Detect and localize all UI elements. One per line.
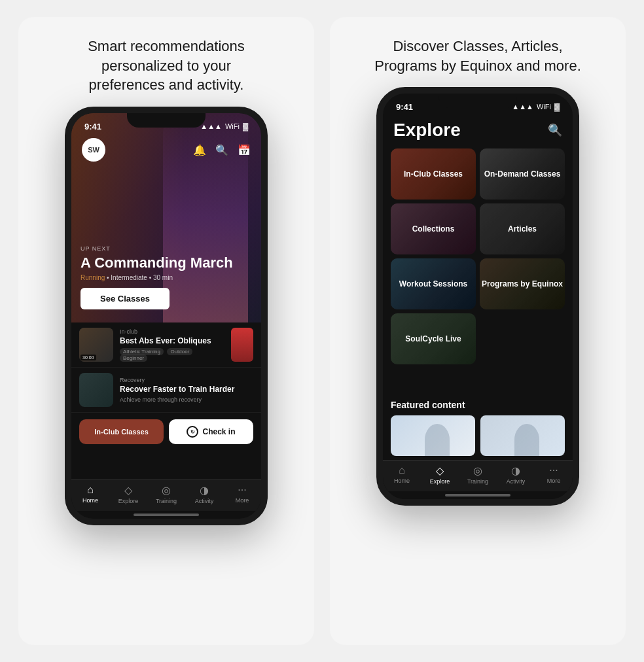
explore-tab-bar: ⌂ Home ◇ Explore ◎ Training ◑ Activity ·…: [383, 460, 573, 491]
search-icon[interactable]: 🔍: [215, 144, 228, 156]
list-item[interactable]: 30:00 In-club Best Abs Ever: Obliques At…: [71, 322, 261, 368]
check-in-label: Check in: [202, 427, 235, 436]
hero-tag: Running: [80, 274, 105, 281]
tab-home[interactable]: ⌂ Home: [71, 484, 109, 504]
avatar[interactable]: SW: [82, 138, 105, 162]
explore-tab-icon: ◇: [124, 484, 132, 496]
training-tab-label: Training: [156, 498, 177, 504]
hero-meta-text: • Intermediate • 30 min: [107, 274, 173, 281]
home-content: SW 🔔 🔍 📅 UP NEXT A Commanding March Runn…: [71, 113, 261, 519]
tag-outdoor: Outdoor: [167, 348, 192, 355]
grid-programs-equinox[interactable]: Programs by Equinox: [480, 258, 565, 309]
right-status-time: 9:41: [396, 102, 413, 112]
activity-tab-label: Activity: [507, 478, 526, 485]
in-club-label: In-Club Classes: [404, 169, 463, 180]
featured-thumb-1[interactable]: [391, 415, 475, 456]
on-demand-label: On-Demand Classes: [484, 169, 561, 180]
explore-search-icon[interactable]: 🔍: [548, 123, 562, 137]
list-category: Recovery: [120, 377, 253, 383]
left-description: Smart recommendations personalized to yo…: [62, 37, 271, 95]
featured-title: Featured content: [391, 400, 565, 410]
workout-sessions-label: Workout Sessions: [399, 279, 467, 290]
left-card: Smart recommendations personalized to yo…: [18, 17, 314, 645]
grid-on-demand-classes[interactable]: On-Demand Classes: [480, 148, 565, 200]
tag-beginner: Beginner: [120, 355, 147, 362]
hero-meta: Running • Intermediate • 30 min: [80, 274, 252, 281]
hero-title: A Commanding March: [80, 254, 252, 271]
explore-grid: In-Club Classes On-Demand Classes Collec…: [383, 148, 573, 393]
activity-tab-icon: ◑: [511, 464, 520, 477]
featured-thumb-2[interactable]: [480, 415, 565, 456]
list-category: In-club: [120, 328, 224, 335]
soulcycle-label: SoulCycle Live: [405, 334, 461, 345]
signal-icon: ▲▲▲: [512, 103, 533, 111]
tab-home[interactable]: ⌂ Home: [383, 464, 421, 485]
left-phone: 9:41 ▲▲▲ WiFi ▓ SW 🔔 🔍 📅: [65, 107, 268, 525]
home-action-icons: 🔔 🔍 📅: [193, 144, 251, 156]
explore-content: Explore 🔍 In-Club Classes On-Demand Clas…: [383, 114, 573, 499]
grid-row-3: Workout Sessions Programs by Equinox: [391, 258, 565, 309]
tab-training[interactable]: ◎ Training: [147, 484, 185, 504]
right-status-icons: ▲▲▲ WiFi ▓: [512, 103, 560, 111]
battery-icon: ▓: [554, 103, 560, 111]
home-indicator: [134, 514, 199, 516]
wifi-icon: WiFi: [537, 103, 551, 111]
more-tab-label: More: [236, 497, 249, 504]
training-tab-icon: ◎: [162, 484, 171, 496]
tab-more[interactable]: ··· More: [535, 464, 573, 485]
obliques-thumbnail: 30:00: [79, 328, 113, 362]
check-in-button[interactable]: ↻ Check in: [169, 419, 253, 444]
recovery-thumbnail: [79, 373, 113, 407]
explore-title: Explore: [393, 120, 461, 141]
check-in-icon: ↻: [187, 426, 198, 438]
grid-in-club-classes[interactable]: In-Club Classes: [391, 148, 476, 200]
home-tab-label: Home: [82, 497, 98, 504]
notification-icon[interactable]: 🔔: [193, 144, 206, 156]
calendar-icon[interactable]: 📅: [238, 144, 251, 156]
grid-articles[interactable]: Articles: [480, 203, 565, 254]
tab-bar: ⌂ Home ◇ Explore ◎ Training ◑ Activity ·…: [71, 479, 261, 511]
activity-tab-icon: ◑: [200, 484, 209, 496]
explore-tab-icon: ◇: [436, 464, 444, 477]
more-tab-icon: ···: [549, 464, 558, 476]
grid-row-2: Collections Articles: [391, 203, 565, 254]
more-tab-label: More: [547, 478, 561, 484]
grid-soulcycle[interactable]: SoulCycle Live: [391, 313, 476, 364]
hero-section: SW 🔔 🔍 📅 UP NEXT A Commanding March Runn…: [71, 113, 261, 322]
right-description: Discover Classes, Articles, Programs by …: [373, 37, 582, 75]
tab-training[interactable]: ◎ Training: [459, 464, 497, 485]
list-title: Recover Faster to Train Harder: [120, 385, 253, 395]
home-tab-icon: ⌂: [87, 484, 94, 496]
more-tab-icon: ···: [238, 484, 246, 496]
explore-tab-label: Explore: [430, 478, 450, 485]
grid-workout-sessions[interactable]: Workout Sessions: [391, 258, 476, 309]
tab-explore[interactable]: ◇ Explore: [109, 484, 147, 504]
programs-equinox-label: Programs by Equinox: [482, 279, 563, 290]
right-phone: 9:41 ▲▲▲ WiFi ▓ Explore 🔍 In-Club Classe…: [376, 87, 579, 506]
grid-row-4: SoulCycle Live: [391, 313, 565, 364]
hero-text: UP NEXT A Commanding March Running • Int…: [80, 245, 252, 309]
explore-header: Explore 🔍: [383, 114, 573, 148]
grid-row-1: In-Club Classes On-Demand Classes: [391, 148, 565, 200]
grid-collections[interactable]: Collections: [391, 203, 476, 254]
time-badge: 30:00: [80, 355, 96, 360]
collections-label: Collections: [412, 224, 455, 235]
home-topbar: SW 🔔 🔍 📅: [71, 113, 261, 167]
home-tab-icon: ⌂: [399, 464, 405, 476]
explore-tab-label: Explore: [118, 498, 139, 504]
right-card: Discover Classes, Articles, Programs by …: [330, 17, 626, 645]
tab-explore[interactable]: ◇ Explore: [421, 464, 459, 485]
right-status-bar: 9:41 ▲▲▲ WiFi ▓: [383, 94, 573, 114]
list-item[interactable]: Recovery Recover Faster to Train Harder …: [71, 368, 261, 413]
training-tab-label: Training: [467, 478, 488, 485]
tab-activity[interactable]: ◑ Activity: [497, 464, 535, 485]
in-club-button[interactable]: In-Club Classes: [79, 419, 164, 444]
tab-activity[interactable]: ◑ Activity: [185, 484, 223, 504]
training-tab-icon: ◎: [473, 464, 482, 477]
tab-more[interactable]: ··· More: [223, 484, 261, 504]
see-classes-button[interactable]: See Classes: [80, 288, 170, 309]
list-tags: Athletic Training Outdoor Beginner: [120, 348, 224, 361]
home-tab-label: Home: [394, 478, 410, 484]
featured-section: Featured content: [383, 393, 573, 460]
up-next-label: UP NEXT: [80, 245, 252, 252]
